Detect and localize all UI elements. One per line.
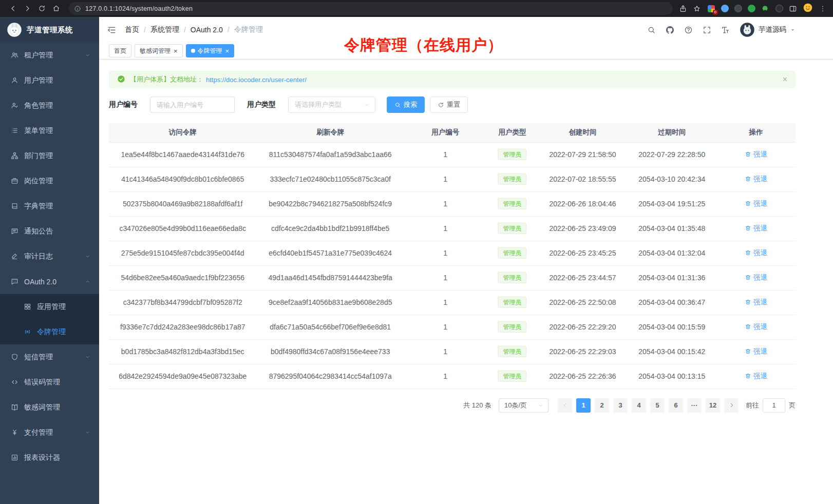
page-button-5[interactable]: 5	[650, 398, 665, 413]
force-logout-button[interactable]: 强退	[745, 175, 767, 184]
page-button-4[interactable]: 4	[632, 398, 646, 413]
tab-home[interactable]: 首页	[109, 44, 131, 57]
action-cell: 强退	[716, 191, 796, 216]
sidebar-item-menu[interactable]: 菜单管理	[0, 118, 99, 143]
prev-page-button[interactable]	[558, 398, 572, 413]
tab-oauth2-token[interactable]: 令牌管理×	[186, 44, 235, 57]
search-icon[interactable]	[647, 26, 656, 34]
user-menu[interactable]: 芋道源码	[740, 22, 796, 37]
page-button-12[interactable]: 12	[706, 398, 720, 413]
breadcrumb-item[interactable]: 首页	[125, 25, 139, 34]
force-logout-button[interactable]: 强退	[745, 347, 767, 356]
help-icon[interactable]	[684, 26, 693, 34]
extension-icon[interactable]	[748, 5, 755, 12]
page-button-6[interactable]: 6	[669, 398, 683, 413]
extension-icon[interactable]	[734, 5, 742, 12]
tab-split-icon[interactable]	[789, 5, 797, 13]
back-icon[interactable]	[6, 2, 20, 15]
tab-close-icon[interactable]: ×	[174, 48, 178, 54]
extensions-puzzle-icon[interactable]	[761, 4, 770, 13]
table-row: 6d842e2924594de9a09e45e087323abe8796295f…	[109, 364, 796, 389]
force-logout-button[interactable]: 强退	[745, 372, 767, 381]
user-id-cell: 1	[404, 241, 486, 265]
goto-page-input[interactable]	[763, 398, 785, 413]
breadcrumb-item[interactable]: OAuth 2.0	[191, 26, 223, 34]
sidebar-item-oauth2[interactable]: OAuth 2.0	[0, 269, 99, 294]
sidebar-item-label: OAuth 2.0	[24, 278, 56, 286]
tab-close-icon[interactable]: ×	[225, 48, 230, 54]
force-logout-button[interactable]: 强退	[745, 150, 767, 159]
extension-icon[interactable]	[721, 5, 729, 12]
alert-close-icon[interactable]: ×	[783, 75, 787, 84]
sidebar-item-sensitive-word[interactable]: 敏感词管理	[0, 395, 99, 420]
force-logout-button[interactable]: 强退	[745, 248, 767, 258]
next-page-button[interactable]	[724, 398, 739, 413]
github-icon[interactable]	[666, 26, 674, 34]
user-type-tag: 管理员	[498, 371, 526, 382]
username: 芋道源码	[759, 25, 786, 34]
doc-link[interactable]: https://doc.iocoder.cn/user-center/	[206, 76, 307, 84]
breadcrumb-item[interactable]: 系统管理	[150, 25, 179, 34]
user-type-select[interactable]: 请选择用户类型	[288, 96, 375, 113]
reload-icon[interactable]	[35, 2, 48, 15]
sidebar-item-notice[interactable]: 通知公告	[0, 219, 99, 244]
refresh-token-cell: 333ecfc71e02480cb11055c875c3ca0f	[256, 167, 404, 191]
force-logout-button[interactable]: 强退	[745, 322, 767, 332]
sidebar-item-oauth2-application[interactable]: 应用管理	[0, 294, 99, 319]
force-logout-button[interactable]: 强退	[745, 298, 767, 307]
expire-time-cell: 2054-03-04 00:15:59	[627, 315, 716, 339]
table-row: 1ea5e44f8bc1467aaede43144f31de76811c5304…	[109, 142, 796, 167]
bookmark-star-icon[interactable]	[693, 5, 701, 13]
force-logout-button[interactable]: 强退	[745, 224, 767, 233]
sidebar-item-dept[interactable]: 部门管理	[0, 143, 99, 168]
user-type-tag: 管理员	[498, 321, 526, 333]
page-button-3[interactable]: 3	[613, 398, 628, 413]
force-logout-button[interactable]: 强退	[745, 199, 767, 208]
token-table: 访问令牌刷新令牌用户编号用户类型创建时间过期时间操作 1ea5e44f8bc14…	[109, 123, 796, 389]
browser-menu-icon[interactable]	[819, 5, 827, 13]
sidebar-item-audit-log[interactable]: 审计日志	[0, 244, 99, 269]
sidebar-item-oauth2-token[interactable]: 令牌管理	[0, 319, 99, 344]
sidebar-item-report[interactable]: 报表设计器	[0, 445, 99, 470]
sidebar-item-post[interactable]: 岗位管理	[0, 168, 99, 193]
sidebar-item-label: 敏感词管理	[24, 403, 60, 412]
sidebar-item-pay[interactable]: 支付管理	[0, 420, 99, 445]
page-button-1[interactable]: 1	[576, 398, 591, 413]
user-id-input[interactable]	[150, 96, 235, 113]
sidebar-item-user[interactable]: 用户管理	[0, 68, 99, 93]
sidebar-item-tenant[interactable]: 租户管理	[0, 43, 99, 68]
home-icon[interactable]	[49, 2, 63, 15]
list-icon	[11, 127, 18, 134]
sidebar-menu: 租户管理用户管理角色管理菜单管理部门管理岗位管理字典管理通知公告审计日志OAut…	[0, 43, 99, 504]
goto-suffix: 页	[789, 401, 796, 410]
extension-icon[interactable]: 0	[707, 4, 715, 13]
sidebar-fold-icon[interactable]	[107, 25, 117, 35]
font-size-icon[interactable]	[721, 26, 730, 34]
app-logo[interactable]: 芋道管理系统	[0, 17, 99, 43]
pagination-ellipsis[interactable]: ···	[687, 398, 702, 413]
column-header: 过期时间	[627, 123, 716, 142]
force-logout-button[interactable]: 强退	[745, 273, 767, 282]
sidebar-item-role[interactable]: 角色管理	[0, 93, 99, 118]
create-time-cell: 2022-07-02 18:55:55	[538, 167, 628, 191]
search-button[interactable]: 搜索	[387, 96, 425, 113]
table-row: b0d1785bc3a8482f812db4a3f3bd15ecb0df4980…	[109, 339, 796, 364]
forward-icon[interactable]	[21, 2, 34, 15]
browser-profile-avatar[interactable]	[803, 3, 813, 14]
page-size-select[interactable]: 10条/页	[499, 398, 548, 413]
address-bar[interactable]: 127.0.0.1:1024/system/oauth2/token	[69, 2, 673, 15]
user-type-cell: 管理员	[486, 191, 538, 216]
extension-icon[interactable]	[775, 5, 783, 12]
site-info-icon[interactable]	[74, 5, 81, 12]
page-button-2[interactable]: 2	[595, 398, 609, 413]
reset-button[interactable]: 重置	[430, 96, 468, 113]
sidebar-item-sms[interactable]: 短信管理	[0, 344, 99, 370]
user-type-cell: 管理员	[486, 216, 538, 241]
refresh-token-cell: b0df4980ffd34c67a08f9156e4eee733	[256, 339, 404, 364]
share-icon[interactable]	[679, 5, 687, 13]
shield-icon	[11, 353, 18, 361]
fullscreen-icon[interactable]	[703, 26, 711, 34]
sidebar-item-dict[interactable]: 字典管理	[0, 193, 99, 219]
tab-sensitive-word[interactable]: 敏感词管理×	[135, 44, 183, 57]
sidebar-item-error-code[interactable]: 错误码管理	[0, 370, 99, 395]
